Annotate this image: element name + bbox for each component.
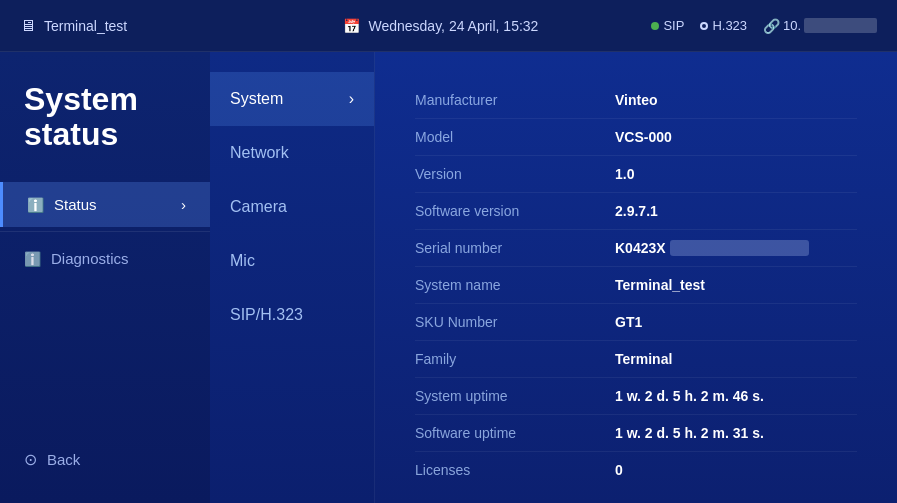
info-value: K0423X████████	[615, 240, 809, 256]
sip-dot-icon	[651, 22, 659, 30]
submenu-mic-label: Mic	[230, 252, 255, 270]
diagnostics-icon: ℹ️	[24, 251, 41, 267]
submenu-item-system[interactable]: System ›	[210, 72, 374, 126]
info-value: 1.0	[615, 166, 634, 182]
table-row: Licenses0	[415, 452, 857, 488]
h323-status: H.323	[700, 18, 747, 33]
info-label: Serial number	[415, 240, 615, 256]
info-label: Manufacturer	[415, 92, 615, 108]
submenu-camera-label: Camera	[230, 198, 287, 216]
info-label: System uptime	[415, 388, 615, 404]
info-table: ManufacturerVinteoModelVCS-000Version1.0…	[415, 82, 857, 488]
sidebar-item-diagnostics-label: Diagnostics	[51, 250, 129, 267]
nav-divider	[0, 231, 210, 232]
info-label: Model	[415, 129, 615, 145]
datetime-label: Wednesday, 24 April, 15:32	[368, 18, 538, 34]
monitor-icon: 🖥	[20, 17, 36, 35]
sidebar-item-status-label: Status	[54, 196, 97, 213]
info-value: Terminal_test	[615, 277, 705, 293]
back-label: Back	[47, 451, 80, 468]
info-label: System name	[415, 277, 615, 293]
submenu-network-label: Network	[230, 144, 289, 162]
info-label: Version	[415, 166, 615, 182]
info-value: Terminal	[615, 351, 672, 367]
ip-hidden-label: ████	[804, 18, 877, 33]
submenu-item-network[interactable]: Network	[210, 126, 374, 180]
submenu-item-sip-h323[interactable]: SIP/H.323	[210, 288, 374, 342]
connection-status-area: SIP H.323 🔗 10. ████	[651, 18, 877, 34]
table-row: System uptime1 w. 2 d. 5 h. 2 m. 46 s.	[415, 378, 857, 415]
table-row: SKU NumberGT1	[415, 304, 857, 341]
back-icon: ⊙	[24, 450, 37, 469]
info-label: SKU Number	[415, 314, 615, 330]
datetime-area: 📅 Wednesday, 24 April, 15:32	[230, 18, 651, 34]
app-title-area: 🖥 Terminal_test	[20, 17, 230, 35]
table-row: ManufacturerVinteo	[415, 82, 857, 119]
info-value: 1 w. 2 d. 5 h. 2 m. 31 s.	[615, 425, 764, 441]
ip-address-area: 🔗 10. ████	[763, 18, 877, 34]
info-icon: ℹ️	[27, 197, 44, 213]
network-icon: 🔗	[763, 18, 780, 34]
ip-label: 10.	[783, 18, 801, 33]
sidebar-item-status[interactable]: ℹ️ Status ›	[0, 182, 210, 227]
top-bar: 🖥 Terminal_test 📅 Wednesday, 24 April, 1…	[0, 0, 897, 52]
sidebar-middle: System › Network Camera Mic SIP/H.323	[210, 52, 375, 503]
sidebar-left: System status ℹ️ Status › ℹ️ Diagnostics…	[0, 52, 210, 503]
calendar-icon: 📅	[343, 18, 360, 34]
info-value: Vinteo	[615, 92, 658, 108]
info-label: Licenses	[415, 462, 615, 478]
submenu-item-mic[interactable]: Mic	[210, 234, 374, 288]
sip-status: SIP	[651, 18, 684, 33]
info-value: VCS-000	[615, 129, 672, 145]
info-value: 1 w. 2 d. 5 h. 2 m. 46 s.	[615, 388, 764, 404]
info-label: Software uptime	[415, 425, 615, 441]
table-row: Software uptime1 w. 2 d. 5 h. 2 m. 31 s.	[415, 415, 857, 452]
info-value: GT1	[615, 314, 642, 330]
table-row: ModelVCS-000	[415, 119, 857, 156]
info-label: Family	[415, 351, 615, 367]
table-row: Software version2.9.7.1	[415, 193, 857, 230]
table-row: FamilyTerminal	[415, 341, 857, 378]
h323-label: H.323	[712, 18, 747, 33]
submenu-sip-label: SIP/H.323	[230, 306, 303, 324]
back-button[interactable]: ⊙ Back	[0, 436, 210, 483]
table-row: Version1.0	[415, 156, 857, 193]
chevron-right-icon: ›	[181, 196, 186, 213]
app-title: Terminal_test	[44, 18, 127, 34]
submenu-chevron-icon: ›	[349, 90, 354, 108]
sidebar-item-diagnostics[interactable]: ℹ️ Diagnostics	[0, 236, 210, 281]
main-layout: System status ℹ️ Status › ℹ️ Diagnostics…	[0, 52, 897, 503]
info-value: 0	[615, 462, 623, 478]
info-label: Software version	[415, 203, 615, 219]
submenu-item-camera[interactable]: Camera	[210, 180, 374, 234]
info-value: 2.9.7.1	[615, 203, 658, 219]
page-title: System status	[0, 82, 210, 182]
h323-dot-icon	[700, 22, 708, 30]
submenu-system-label: System	[230, 90, 283, 108]
sip-label: SIP	[663, 18, 684, 33]
content-area: ManufacturerVinteoModelVCS-000Version1.0…	[375, 52, 897, 503]
table-row: Serial numberK0423X████████	[415, 230, 857, 267]
table-row: System nameTerminal_test	[415, 267, 857, 304]
